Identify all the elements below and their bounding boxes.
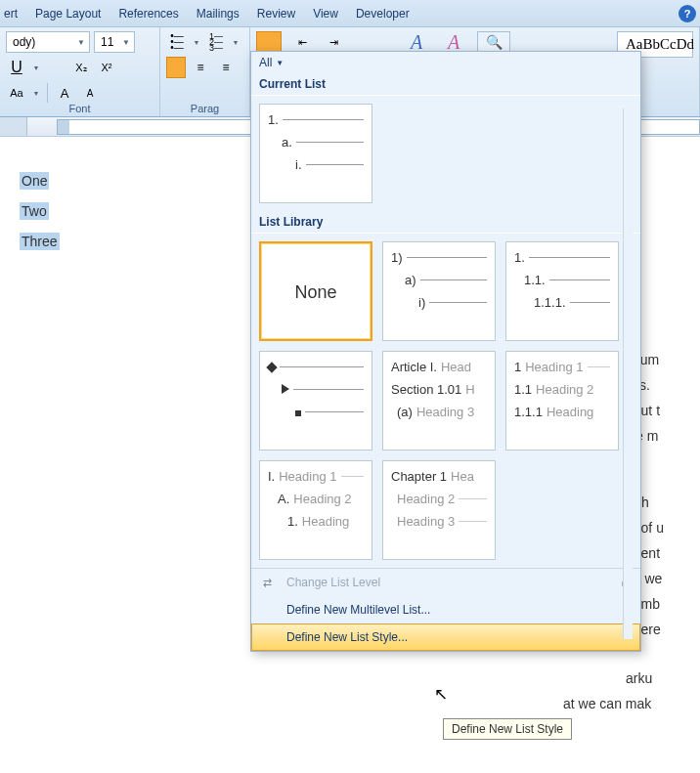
- paragraph-group: •—•—•—▼ 1—2—3—▼ ≡ ≡ Parag: [160, 27, 250, 116]
- font-group: ody)▼ 11▼ U▼ X₂ X² Aa▼ A A Font: [0, 27, 160, 116]
- subscript-button[interactable]: X₂: [70, 57, 92, 78]
- section-current-list: Current List: [251, 73, 640, 96]
- indent-icon: ⇄: [259, 575, 275, 590]
- section-list-library: List Library: [251, 211, 640, 234]
- tile-none[interactable]: None: [259, 241, 372, 341]
- help-icon[interactable]: ?: [678, 5, 696, 22]
- tab-insert[interactable]: ert: [4, 7, 18, 21]
- tile-symbols[interactable]: [259, 351, 372, 451]
- font-name-combo[interactable]: ody)▼: [6, 31, 90, 53]
- bullets-button[interactable]: •—•—•—: [166, 31, 188, 53]
- panel-filter-all[interactable]: All▼: [251, 52, 640, 73]
- tab-review[interactable]: Review: [257, 7, 295, 21]
- align-right-button[interactable]: ≡: [215, 57, 237, 78]
- multilevel-list-button[interactable]: [256, 31, 282, 53]
- numbering-dropdown[interactable]: ▼: [231, 39, 241, 46]
- decrease-indent-button[interactable]: ⇤: [291, 31, 313, 53]
- bullets-dropdown[interactable]: ▼: [192, 39, 201, 46]
- change-case-button[interactable]: Aa: [6, 82, 27, 104]
- numbering-button[interactable]: 1—2—3—: [205, 31, 227, 53]
- ribbon-tabs: ert Page Layout References Mailings Revi…: [0, 0, 700, 27]
- tab-page-layout[interactable]: Page Layout: [35, 7, 101, 21]
- selected-text-2[interactable]: Two: [20, 202, 49, 220]
- separator: [47, 83, 48, 103]
- tooltip: Define New List Style: [443, 718, 572, 740]
- tile-paren-numeric[interactable]: 1) a) i): [382, 241, 496, 341]
- change-case-dropdown[interactable]: ▼: [31, 90, 41, 97]
- font-group-label: Font: [0, 103, 159, 114]
- panel-menu: ⇄ Change List Level▸ Define New Multilev…: [251, 568, 640, 651]
- menu-change-list-level: ⇄ Change List Level▸: [251, 569, 640, 596]
- paragraph-group-label: Parag: [160, 103, 249, 114]
- tab-references[interactable]: References: [118, 7, 178, 21]
- text-effects-a-icon[interactable]: A: [403, 31, 430, 53]
- shrink-font-button[interactable]: A: [79, 82, 101, 104]
- increase-indent-button[interactable]: ⇥: [323, 31, 344, 53]
- cursor-icon: ↖: [434, 684, 448, 705]
- align-center-button[interactable]: ≡: [190, 57, 211, 78]
- align-left-button[interactable]: [166, 57, 186, 78]
- find-button[interactable]: 🔍: [477, 31, 510, 53]
- tile-roman-headings[interactable]: I.Heading 1 A.Heading 2 1.Heading: [259, 460, 372, 560]
- underline-dropdown[interactable]: ▼: [31, 64, 41, 71]
- tile-decimal-headings[interactable]: 1Heading 1 1.1Heading 2 1.1.1Heading: [505, 351, 619, 451]
- menu-define-new-list-style[interactable]: Define New List Style...: [251, 623, 640, 651]
- tab-view[interactable]: View: [313, 7, 338, 21]
- menu-define-new-multilevel[interactable]: Define New Multilevel List...: [251, 596, 640, 623]
- selected-text-1[interactable]: One: [20, 172, 49, 190]
- strikethrough-button[interactable]: [45, 57, 66, 78]
- tile-current[interactable]: 1. a. i.: [259, 104, 372, 203]
- panel-scrollbar[interactable]: [623, 108, 633, 639]
- text-fragment: at we can mak: [563, 696, 651, 711]
- tab-mailings[interactable]: Mailings: [197, 7, 240, 21]
- selected-text-3[interactable]: Three: [20, 233, 60, 250]
- multilevel-list-panel: All▼ Current List 1. a. i. List Library …: [250, 51, 641, 652]
- ruler-margin: [58, 120, 69, 134]
- grow-font-button[interactable]: A: [54, 82, 75, 104]
- text-effects-a2-icon[interactable]: A: [440, 31, 467, 53]
- underline-button[interactable]: U: [6, 57, 27, 78]
- tile-decimal-nested[interactable]: 1. 1.1. 1.1.1.: [505, 241, 619, 341]
- ruler-corner: [0, 117, 27, 136]
- tab-developer[interactable]: Developer: [356, 7, 410, 21]
- tile-chapter-headings[interactable]: Chapter 1Hea Heading 2 Heading 3: [382, 460, 496, 560]
- font-size-combo[interactable]: 11▼: [94, 31, 135, 53]
- tile-article-section[interactable]: Article I.Head Section 1.01H (a)Heading …: [382, 351, 496, 451]
- text-fragment: arku: [626, 670, 652, 686]
- superscript-button[interactable]: X²: [96, 57, 117, 78]
